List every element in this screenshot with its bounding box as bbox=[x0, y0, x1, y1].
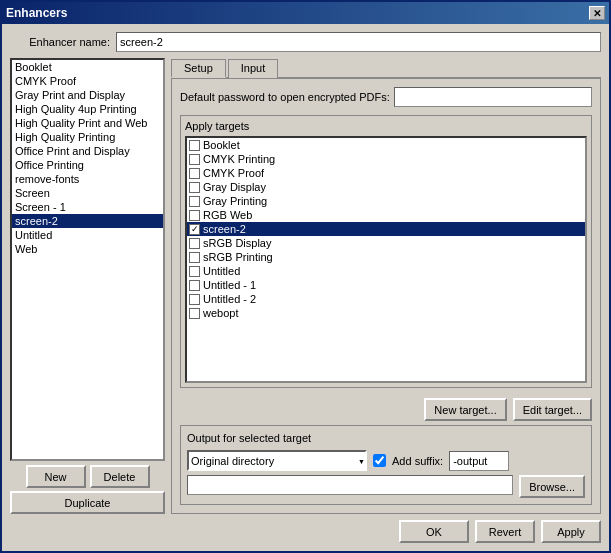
target-item[interactable]: Booklet bbox=[187, 138, 585, 152]
password-input[interactable] bbox=[394, 87, 592, 107]
list-item[interactable]: High Quality Printing bbox=[12, 130, 163, 144]
tab-setup[interactable]: Setup bbox=[171, 59, 226, 78]
apply-targets-group: Apply targets Booklet CMYK Printing bbox=[180, 115, 592, 388]
list-item[interactable]: CMYK Proof bbox=[12, 74, 163, 88]
add-suffix-label: Add suffix: bbox=[392, 455, 443, 467]
bottom-buttons: OK Revert Apply bbox=[10, 520, 601, 543]
new-target-button[interactable]: New target... bbox=[424, 398, 506, 421]
screen2-checkbox[interactable] bbox=[189, 224, 200, 235]
target-label: Untitled - 1 bbox=[203, 279, 256, 291]
target-label: webopt bbox=[203, 307, 238, 319]
target-label: RGB Web bbox=[203, 209, 252, 221]
target-item[interactable]: CMYK Printing bbox=[187, 152, 585, 166]
target-item[interactable]: sRGB Printing bbox=[187, 250, 585, 264]
target-label: Booklet bbox=[203, 139, 240, 151]
list-item[interactable]: Untitled bbox=[12, 228, 163, 242]
srgb-printing-checkbox[interactable] bbox=[189, 252, 200, 263]
target-label: Untitled bbox=[203, 265, 240, 277]
left-panel: Booklet CMYK Proof Gray Print and Displa… bbox=[10, 58, 165, 514]
target-item[interactable]: Untitled bbox=[187, 264, 585, 278]
list-item[interactable]: High Quality 4up Printing bbox=[12, 102, 163, 116]
apply-button[interactable]: Apply bbox=[541, 520, 601, 543]
gray-display-checkbox[interactable] bbox=[189, 182, 200, 193]
list-item[interactable]: Screen - 1 bbox=[12, 200, 163, 214]
target-label: Gray Printing bbox=[203, 195, 267, 207]
directory-select[interactable]: Original directory Custom directory bbox=[187, 450, 367, 471]
gray-printing-checkbox[interactable] bbox=[189, 196, 200, 207]
list-item[interactable]: High Quality Print and Web bbox=[12, 116, 163, 130]
main-content: Booklet CMYK Proof Gray Print and Displa… bbox=[10, 58, 601, 514]
list-item[interactable]: Web bbox=[12, 242, 163, 256]
cmyk-printing-checkbox[interactable] bbox=[189, 154, 200, 165]
browse-path-input[interactable] bbox=[187, 475, 513, 495]
output-group-title: Output for selected target bbox=[187, 432, 585, 444]
enhancers-window: Enhancers ✕ Enhancer name: Booklet CMYK … bbox=[0, 0, 611, 553]
target-label: sRGB Display bbox=[203, 237, 271, 249]
srgb-display-checkbox[interactable] bbox=[189, 238, 200, 249]
target-item[interactable]: webopt bbox=[187, 306, 585, 320]
target-item[interactable]: RGB Web bbox=[187, 208, 585, 222]
list-item[interactable]: Screen bbox=[12, 186, 163, 200]
target-label: Gray Display bbox=[203, 181, 266, 193]
target-item[interactable]: Untitled - 2 bbox=[187, 292, 585, 306]
booklet-checkbox[interactable] bbox=[189, 140, 200, 151]
ok-button[interactable]: OK bbox=[399, 520, 469, 543]
target-label: CMYK Proof bbox=[203, 167, 264, 179]
target-item[interactable]: Untitled - 1 bbox=[187, 278, 585, 292]
list-item[interactable]: remove-fonts bbox=[12, 172, 163, 186]
window-title: Enhancers bbox=[6, 6, 67, 20]
rgb-web-checkbox[interactable] bbox=[189, 210, 200, 221]
tab-bar: Setup Input bbox=[171, 58, 601, 79]
revert-button[interactable]: Revert bbox=[475, 520, 535, 543]
target-item[interactable]: sRGB Display bbox=[187, 236, 585, 250]
browse-row: Browse... bbox=[187, 475, 585, 498]
enhancer-name-label: Enhancer name: bbox=[10, 36, 110, 48]
enhancer-name-row: Enhancer name: bbox=[10, 32, 601, 52]
delete-button[interactable]: Delete bbox=[90, 465, 150, 488]
window-body: Enhancer name: Booklet CMYK Proof Gray P… bbox=[2, 24, 609, 551]
apply-targets-label: Apply targets bbox=[185, 120, 587, 132]
target-item[interactable]: Gray Display bbox=[187, 180, 585, 194]
new-button[interactable]: New bbox=[26, 465, 86, 488]
right-panel: Setup Input Default password to open enc… bbox=[171, 58, 601, 514]
target-item-selected[interactable]: screen-2 bbox=[187, 222, 585, 236]
list-item[interactable]: Office Printing bbox=[12, 158, 163, 172]
tab-input[interactable]: Input bbox=[228, 59, 278, 78]
list-item[interactable]: Booklet bbox=[12, 60, 163, 74]
password-row: Default password to open encrypted PDFs: bbox=[180, 87, 592, 107]
targets-buttons: New target... Edit target... bbox=[180, 398, 592, 421]
title-bar: Enhancers ✕ bbox=[2, 2, 609, 24]
password-label: Default password to open encrypted PDFs: bbox=[180, 91, 390, 103]
add-suffix-checkbox[interactable] bbox=[373, 454, 386, 467]
target-item[interactable]: Gray Printing bbox=[187, 194, 585, 208]
directory-select-wrapper[interactable]: Original directory Custom directory bbox=[187, 450, 367, 471]
close-button[interactable]: ✕ bbox=[589, 6, 605, 20]
browse-button[interactable]: Browse... bbox=[519, 475, 585, 498]
list-item-selected[interactable]: screen-2 bbox=[12, 214, 163, 228]
target-label: CMYK Printing bbox=[203, 153, 275, 165]
suffix-input[interactable] bbox=[449, 451, 509, 471]
target-item[interactable]: CMYK Proof bbox=[187, 166, 585, 180]
list-item[interactable]: Office Print and Display bbox=[12, 144, 163, 158]
duplicate-button[interactable]: Duplicate bbox=[10, 491, 165, 514]
new-delete-row: New Delete bbox=[10, 465, 165, 488]
untitled-checkbox[interactable] bbox=[189, 266, 200, 277]
enhancer-name-input[interactable] bbox=[116, 32, 601, 52]
edit-target-button[interactable]: Edit target... bbox=[513, 398, 592, 421]
tab-setup-content: Default password to open encrypted PDFs:… bbox=[171, 79, 601, 514]
enhancer-list[interactable]: Booklet CMYK Proof Gray Print and Displa… bbox=[10, 58, 165, 461]
target-label: sRGB Printing bbox=[203, 251, 273, 263]
target-label: Untitled - 2 bbox=[203, 293, 256, 305]
targets-list[interactable]: Booklet CMYK Printing CMYK Proof bbox=[185, 136, 587, 383]
output-row: Original directory Custom directory Add … bbox=[187, 450, 585, 471]
target-label: screen-2 bbox=[203, 223, 246, 235]
webopt-checkbox[interactable] bbox=[189, 308, 200, 319]
untitled2-checkbox[interactable] bbox=[189, 294, 200, 305]
list-item[interactable]: Gray Print and Display bbox=[12, 88, 163, 102]
output-group: Output for selected target Original dire… bbox=[180, 425, 592, 505]
untitled1-checkbox[interactable] bbox=[189, 280, 200, 291]
cmyk-proof-checkbox[interactable] bbox=[189, 168, 200, 179]
